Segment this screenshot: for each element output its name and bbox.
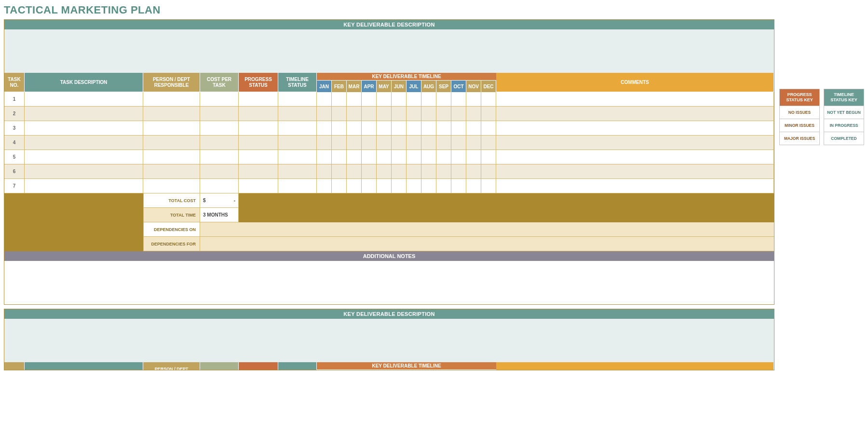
cell-task-description[interactable]	[25, 107, 143, 121]
cell-progress[interactable]	[239, 107, 278, 121]
cell-month[interactable]	[317, 92, 332, 107]
cell-month[interactable]	[466, 150, 481, 164]
cell-month[interactable]	[451, 107, 466, 121]
cell-month[interactable]	[377, 92, 392, 107]
cell-month[interactable]	[407, 107, 421, 121]
cell-month[interactable]	[436, 121, 451, 136]
cell-month[interactable]	[362, 92, 377, 107]
cell-month[interactable]	[392, 164, 407, 179]
cell-month[interactable]	[347, 107, 362, 121]
cell-timeline[interactable]	[278, 92, 317, 107]
cell-month[interactable]	[332, 121, 347, 136]
cell-month[interactable]	[466, 121, 481, 136]
cell-progress[interactable]	[239, 92, 278, 107]
cell-month[interactable]	[451, 121, 466, 136]
cell-comments[interactable]	[496, 121, 774, 136]
cell-timeline[interactable]	[278, 136, 317, 150]
cell-month[interactable]	[421, 164, 436, 179]
value-dependencies-for[interactable]	[200, 237, 774, 251]
cell-month[interactable]	[481, 121, 496, 136]
cell-progress[interactable]	[239, 136, 278, 150]
cell-cost[interactable]	[200, 92, 239, 107]
cell-month[interactable]	[407, 150, 421, 164]
cell-month[interactable]	[332, 150, 347, 164]
cell-month[interactable]	[436, 164, 451, 179]
cell-timeline[interactable]	[278, 164, 317, 179]
cell-person[interactable]	[143, 164, 200, 179]
cell-month[interactable]	[317, 150, 332, 164]
cell-month[interactable]	[466, 164, 481, 179]
cell-month[interactable]	[421, 150, 436, 164]
cell-month[interactable]	[451, 136, 466, 150]
cell-timeline[interactable]	[278, 121, 317, 136]
cell-month[interactable]	[392, 179, 407, 193]
cell-month[interactable]	[377, 121, 392, 136]
cell-comments[interactable]	[496, 164, 774, 179]
cell-month[interactable]	[407, 164, 421, 179]
cell-progress[interactable]	[239, 121, 278, 136]
cell-person[interactable]	[143, 150, 200, 164]
cell-month[interactable]	[392, 136, 407, 150]
cell-month[interactable]	[421, 136, 436, 150]
cell-month[interactable]	[451, 150, 466, 164]
cell-person[interactable]	[143, 121, 200, 136]
cell-month[interactable]	[407, 92, 421, 107]
cell-month[interactable]	[332, 107, 347, 121]
cell-month[interactable]	[317, 121, 332, 136]
cell-month[interactable]	[466, 107, 481, 121]
cell-month[interactable]	[421, 179, 436, 193]
cell-month[interactable]	[347, 164, 362, 179]
cell-month[interactable]	[451, 179, 466, 193]
cell-month[interactable]	[377, 164, 392, 179]
cell-comments[interactable]	[496, 92, 774, 107]
cell-person[interactable]	[143, 179, 200, 193]
cell-month[interactable]	[481, 107, 496, 121]
cell-month[interactable]	[392, 121, 407, 136]
cell-month[interactable]	[421, 121, 436, 136]
cell-cost[interactable]	[200, 179, 239, 193]
cell-task-description[interactable]	[25, 150, 143, 164]
cell-month[interactable]	[347, 121, 362, 136]
cell-month[interactable]	[407, 121, 421, 136]
cell-comments[interactable]	[496, 136, 774, 150]
cell-month[interactable]	[332, 136, 347, 150]
cell-month[interactable]	[466, 92, 481, 107]
cell-month[interactable]	[436, 92, 451, 107]
cell-month[interactable]	[377, 179, 392, 193]
value-dependencies-on[interactable]	[200, 222, 774, 237]
cell-task-description[interactable]	[25, 164, 143, 179]
cell-month[interactable]	[407, 136, 421, 150]
cell-month[interactable]	[362, 179, 377, 193]
cell-month[interactable]	[466, 179, 481, 193]
cell-month[interactable]	[436, 107, 451, 121]
cell-month[interactable]	[481, 92, 496, 107]
cell-person[interactable]	[143, 92, 200, 107]
cell-month[interactable]	[347, 92, 362, 107]
cell-month[interactable]	[436, 150, 451, 164]
cell-timeline[interactable]	[278, 107, 317, 121]
cell-cost[interactable]	[200, 136, 239, 150]
cell-month[interactable]	[481, 136, 496, 150]
cell-month[interactable]	[436, 179, 451, 193]
cell-task-description[interactable]	[25, 121, 143, 136]
cell-cost[interactable]	[200, 107, 239, 121]
cell-month[interactable]	[421, 107, 436, 121]
cell-cost[interactable]	[200, 121, 239, 136]
cell-month[interactable]	[392, 107, 407, 121]
cell-comments[interactable]	[496, 179, 774, 193]
cell-month[interactable]	[362, 107, 377, 121]
cell-month[interactable]	[451, 164, 466, 179]
deliverable-desc-body-2[interactable]	[4, 319, 774, 362]
cell-month[interactable]	[332, 92, 347, 107]
cell-comments[interactable]	[496, 107, 774, 121]
cell-month[interactable]	[377, 136, 392, 150]
cell-month[interactable]	[347, 179, 362, 193]
cell-month[interactable]	[377, 107, 392, 121]
deliverable-desc-body[interactable]	[4, 29, 774, 73]
cell-person[interactable]	[143, 107, 200, 121]
cell-progress[interactable]	[239, 179, 278, 193]
cell-task-description[interactable]	[25, 92, 143, 107]
cell-month[interactable]	[481, 150, 496, 164]
cell-month[interactable]	[392, 92, 407, 107]
cell-month[interactable]	[392, 150, 407, 164]
